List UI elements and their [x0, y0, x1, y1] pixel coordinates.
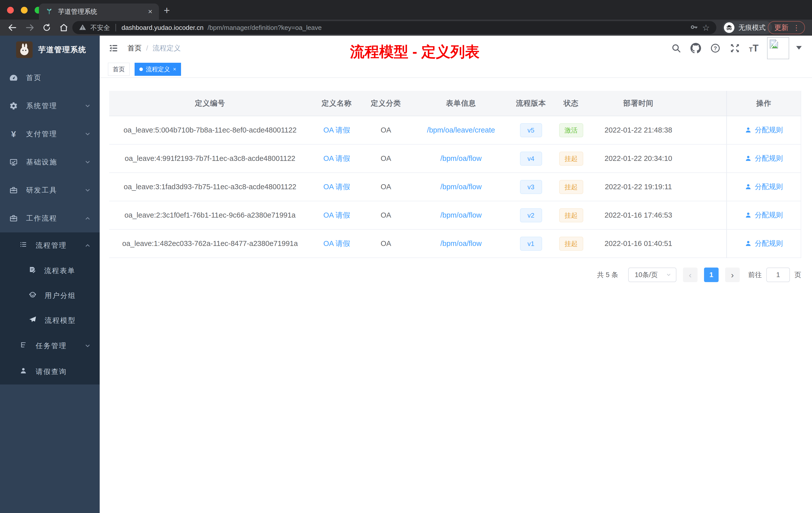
avatar[interactable]	[767, 37, 789, 59]
url-separator	[116, 24, 116, 31]
col-header-definition-name: 定义名称	[311, 91, 362, 116]
assign-rule-link[interactable]: 分配规则	[745, 182, 783, 191]
form-info-link[interactable]: /bpm/oa/flow	[440, 154, 482, 162]
new-tab-button[interactable]: +	[164, 4, 170, 17]
font-size-icon[interactable]: TT	[749, 44, 758, 52]
monitor-icon	[9, 158, 18, 167]
avatar-caret-down-icon[interactable]	[796, 46, 802, 51]
definition-name-link[interactable]: OA 请假	[323, 154, 350, 162]
cell-definition-id: oa_leave:2:3c1f0ef1-76b1-11ec-9c66-a2380…	[109, 201, 311, 230]
minimize-window-button[interactable]	[21, 7, 28, 13]
cell-deploy-time: 2022-01-22 21:48:38	[593, 116, 684, 144]
form-info-link[interactable]: /bpm/oa/flow	[440, 211, 482, 219]
cell-form-info: /bpm/oa/flow	[409, 230, 513, 258]
definition-name-link[interactable]: OA 请假	[323, 239, 350, 247]
col-header-form-info: 表单信息	[409, 91, 513, 116]
sidebar-item-home[interactable]: 首页	[0, 64, 100, 92]
cell-form-info: /bpm/oa/flow	[409, 144, 513, 173]
browser-update-button[interactable]: 更新 ⋮	[768, 21, 805, 34]
incognito-label: 无痕模式	[738, 23, 765, 32]
table-row: oa_leave:4:991f2193-7b7f-11ec-a3c8-acde4…	[109, 144, 801, 173]
cell-process-version: v4	[513, 144, 549, 173]
col-header-process-version: 流程版本	[513, 91, 549, 116]
sidebar-item-task-management[interactable]: 任务管理	[0, 333, 100, 359]
sidebar-item-payment[interactable]: ¥ 支付管理	[0, 120, 100, 148]
definition-name-link[interactable]: OA 请假	[323, 211, 350, 219]
sidebar-item-devtools[interactable]: 研发工具	[0, 176, 100, 204]
browser-chrome: 芋道管理系统 × + 不安全 dashboard.yudao	[0, 0, 812, 36]
not-secure-label[interactable]: 不安全	[90, 23, 110, 32]
cell-status: 挂起	[549, 173, 593, 201]
assign-rule-link[interactable]: 分配规则	[745, 239, 783, 248]
cell-definition-id: oa_leave:4:991f2193-7b7f-11ec-a3c8-acde4…	[109, 144, 311, 173]
assign-rule-link[interactable]: 分配规则	[745, 125, 783, 135]
breadcrumb-separator: /	[146, 44, 148, 52]
favicon-seedling-icon	[46, 7, 53, 16]
cell-status: 挂起	[549, 144, 593, 173]
browser-menu-dots-icon[interactable]: ⋮	[793, 24, 800, 32]
next-page-button[interactable]: ›	[725, 268, 740, 282]
sidebar-item-workflow[interactable]: 工作流程	[0, 204, 100, 233]
url-path: /bpm/manager/definition?key=oa_leave	[208, 24, 322, 32]
form-info-link[interactable]: /bpm/oa/leave/create	[427, 126, 495, 134]
breadcrumb-home[interactable]: 首页	[127, 43, 142, 53]
chevron-down-icon	[84, 342, 91, 349]
assign-rule-link[interactable]: 分配规则	[745, 154, 783, 163]
close-window-button[interactable]	[7, 7, 14, 13]
tag-process-definition[interactable]: 流程定义 ×	[135, 63, 181, 76]
cell-definition-name: OA 请假	[311, 230, 362, 258]
forward-icon[interactable]	[25, 23, 35, 33]
definition-table: 定义编号 定义名称 定义分类 表单信息 流程版本 状态 部署时间 操作 oa_l…	[109, 91, 801, 258]
chevron-down-icon	[84, 159, 91, 165]
branch-icon	[20, 341, 27, 350]
goto-page-input[interactable]	[766, 268, 790, 282]
sidebar-item-process-model[interactable]: 流程模型	[0, 308, 100, 333]
yen-icon: ¥	[9, 130, 18, 138]
sidebar-item-infrastructure[interactable]: 基础设施	[0, 148, 100, 176]
gear-icon	[9, 102, 18, 110]
key-icon[interactable]	[690, 23, 698, 32]
current-page-button[interactable]: 1	[704, 268, 719, 282]
user-icon	[745, 212, 752, 219]
cell-status: 挂起	[549, 201, 593, 230]
incognito-badge: 无痕模式	[722, 21, 772, 34]
tab-close-icon[interactable]: ×	[148, 8, 152, 15]
github-icon[interactable]	[690, 43, 701, 54]
tag-home[interactable]: 首页	[108, 63, 129, 76]
help-icon[interactable]: ?	[710, 43, 721, 54]
definition-name-link[interactable]: OA 请假	[323, 183, 350, 191]
browser-tab[interactable]: 芋道管理系统 ×	[39, 3, 159, 20]
form-info-link[interactable]: /bpm/oa/flow	[440, 183, 482, 191]
search-icon[interactable]	[671, 43, 682, 54]
sidebar-item-process-management[interactable]: 流程管理	[0, 233, 100, 258]
bookmark-star-icon[interactable]: ☆	[702, 23, 710, 33]
cell-definition-id: oa_leave:5:004b710b-7b8a-11ec-8ef0-acde4…	[109, 116, 311, 144]
sidebar-item-user-group[interactable]: 用户分组	[0, 283, 100, 308]
select-caret-icon	[666, 272, 671, 278]
definition-name-link[interactable]: OA 请假	[323, 126, 350, 134]
red-annotation-title: 流程模型 - 定义列表	[327, 42, 503, 62]
reload-icon[interactable]	[42, 23, 52, 33]
sidebar-logo-row[interactable]: 芋道管理系统	[0, 36, 100, 64]
tag-close-icon[interactable]: ×	[173, 66, 176, 72]
page-size-select[interactable]: 10条/页	[628, 268, 676, 282]
chevron-up-icon	[84, 242, 91, 249]
fullscreen-icon[interactable]	[729, 43, 741, 54]
logo-avatar	[16, 41, 33, 58]
form-info-link[interactable]: /bpm/oa/flow	[440, 239, 482, 247]
sidebar-item-leave-query[interactable]: 请假查询	[0, 359, 100, 385]
goto-unit: 页	[794, 270, 801, 279]
back-icon[interactable]	[7, 23, 18, 33]
sidebar-item-process-form[interactable]: 流程表单	[0, 258, 100, 283]
prev-page-button[interactable]: ‹	[683, 268, 697, 282]
briefcase-icon	[9, 214, 18, 222]
user-icon	[745, 183, 752, 190]
address-bar[interactable]: 不安全 dashboard.yudao.iocoder.cn/bpm/manag…	[72, 21, 716, 34]
update-label[interactable]: 更新	[774, 23, 788, 32]
pagination: 共 5 条 10条/页 ‹ 1 › 前往 页	[109, 268, 801, 282]
sidebar-collapse-icon[interactable]	[108, 43, 119, 54]
assign-rule-link[interactable]: 分配规则	[745, 210, 783, 220]
paper-plane-icon	[29, 315, 37, 325]
sidebar-item-system[interactable]: 系统管理	[0, 92, 100, 120]
home-icon[interactable]	[59, 23, 69, 33]
